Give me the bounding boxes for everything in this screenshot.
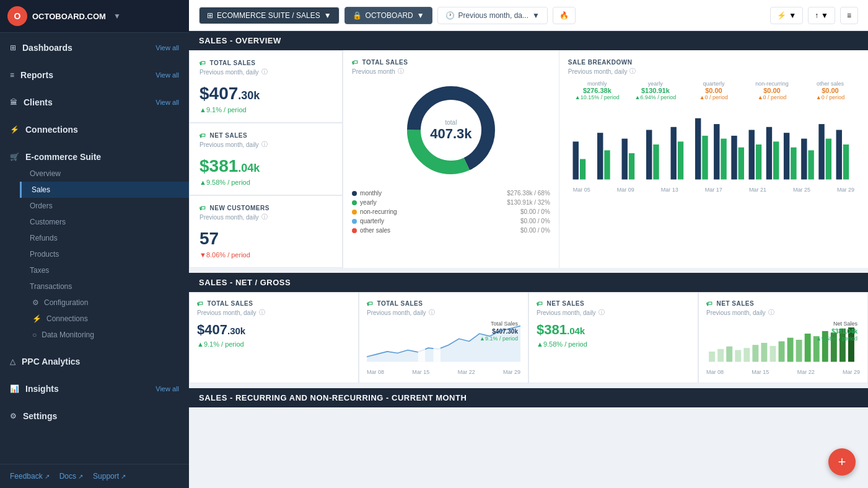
donut-center-value: 407.3k <box>430 126 471 142</box>
docs-label: Docs <box>59 472 76 481</box>
net-sales-change: ▲9.58% / period <box>199 179 332 186</box>
sidebar-item-products[interactable]: Products <box>20 246 189 262</box>
dashboards-viewall[interactable]: View all <box>156 44 179 51</box>
reports-nav-item[interactable]: ≡ Reports View all <box>0 64 189 84</box>
sidebar-item-connections-sub[interactable]: ⚡ Connections <box>20 311 189 327</box>
period-selector[interactable]: 🕐 Previous month, da... ▼ <box>437 7 548 24</box>
svg-rect-20 <box>756 144 761 179</box>
total-sales-sparkline-area: Total Sales $407.30k ▲9.1% / period Mar … <box>367 319 520 375</box>
transactions-label: Transactions <box>30 282 72 291</box>
org-arrow-icon[interactable]: ▼ <box>113 12 121 20</box>
configuration-label: Configuration <box>44 298 88 307</box>
net-sales-info-icon[interactable]: ⓘ <box>261 140 268 149</box>
donut-info-icon[interactable]: ⓘ <box>398 67 404 76</box>
support-external-icon: ↗ <box>121 473 126 480</box>
legend-item-yearly: yearly $130.91k / 32% <box>352 198 550 207</box>
sidebar-header: O OCTOBOARD.COM ▼ <box>0 0 189 33</box>
suite-grid-icon: ⊞ <box>207 11 213 20</box>
total-sales-decimal: .30k <box>238 89 260 102</box>
menu-button[interactable]: ≡ <box>840 7 858 24</box>
feedback-external-icon: ↗ <box>45 473 50 480</box>
mini-net-chart-icon: 🏷 <box>706 300 713 307</box>
mini-net-info[interactable]: ⓘ <box>598 308 605 317</box>
mini-net-change: ▲9.58% / period <box>537 340 690 348</box>
ecommerce-section: 🛒 E-commerce Suite Overview Sales Orders… <box>0 142 189 347</box>
sidebar-item-transactions[interactable]: Transactions <box>20 278 189 295</box>
mini-total-label: TOTAL SALES <box>208 300 253 307</box>
dashboards-nav-item[interactable]: ⊞ Dashboards View all <box>0 37 189 56</box>
mini-total-change: ▲9.1% / period <box>197 340 351 348</box>
spark-button[interactable]: ⚡ ▼ <box>770 7 803 24</box>
clients-viewall[interactable]: View all <box>156 99 179 106</box>
suite-selector[interactable]: ⊞ ECOMMERCE SUITE / SALES ▼ <box>199 7 340 24</box>
insights-section: 📊 Insights View all <box>0 374 189 401</box>
total-sparkline-dates: Mar 08 Mar 15 Mar 22 Mar 29 <box>367 369 520 375</box>
sidebar-item-orders[interactable]: Orders <box>20 198 189 214</box>
feedback-link[interactable]: Feedback ↗ <box>10 472 50 481</box>
net-gross-header: SALES - NET / GROSS <box>189 273 868 292</box>
share-button[interactable]: ↑ ▼ <box>808 7 835 24</box>
board-selector[interactable]: 🔒 OCTOBOARD ▼ <box>344 7 432 24</box>
svg-rect-39 <box>752 345 758 362</box>
divider-2 <box>189 383 868 388</box>
mini-total-info[interactable]: ⓘ <box>259 308 265 317</box>
dashboard-content: SALES - OVERVIEW 🏷 TOTAL SALES Previous … <box>189 31 868 488</box>
bar-chart-labels: Mar 05 Mar 09 Mar 13 Mar 17 Mar 21 Mar 2… <box>568 187 859 193</box>
svg-rect-23 <box>784 133 789 179</box>
total-sales-info-icon[interactable]: ⓘ <box>261 68 268 76</box>
clients-section: 🏛 Clients View all <box>0 87 189 115</box>
mini-total-chart-info[interactable]: ⓘ <box>429 308 435 317</box>
docs-link[interactable]: Docs ↗ <box>59 472 83 481</box>
insights-nav-item[interactable]: 📊 Insights View all <box>0 378 189 397</box>
sidebar-item-sales[interactable]: Sales <box>20 182 189 198</box>
share-dropdown-icon: ▼ <box>821 11 828 20</box>
sidebar-footer: Feedback ↗ Docs ↗ Support ↗ <box>0 464 189 488</box>
ppc-section: △ PPC Analytics <box>0 347 189 374</box>
sidebar-item-customers[interactable]: Customers <box>20 214 189 230</box>
sidebar-item-configuration[interactable]: ⚙ Configuration <box>20 295 189 311</box>
taxes-label: Taxes <box>30 266 49 275</box>
new-customers-icon: 🏷 <box>199 205 206 211</box>
fire-button[interactable]: 🔥 <box>553 7 576 24</box>
svg-rect-29 <box>836 130 841 179</box>
support-link[interactable]: Support ↗ <box>93 472 126 481</box>
ppc-nav-item[interactable]: △ PPC Analytics <box>0 350 189 370</box>
svg-rect-22 <box>773 141 779 179</box>
reports-viewall[interactable]: View all <box>156 71 179 79</box>
mini-total-icon: 🏷 <box>197 300 204 307</box>
settings-nav-item[interactable]: ⚙ Settings <box>0 405 189 425</box>
svg-rect-5 <box>597 133 603 179</box>
sidebar-item-overview[interactable]: Overview <box>20 166 189 182</box>
connections-label: Connections <box>25 125 78 135</box>
svg-rect-19 <box>748 130 754 179</box>
svg-rect-40 <box>761 343 767 362</box>
legend-item-monthly: monthly $276.38k / 68% <box>352 189 550 198</box>
sidebar-item-taxes[interactable]: Taxes <box>20 262 189 278</box>
sales-label: Sales <box>32 185 50 194</box>
clients-label: Clients <box>24 97 53 107</box>
insights-viewall[interactable]: View all <box>156 385 179 393</box>
svg-rect-26 <box>808 150 813 179</box>
clients-nav-item[interactable]: 🏛 Clients View all <box>0 91 189 111</box>
main-content: ⊞ ECOMMERCE SUITE / SALES ▼ 🔒 OCTOBOARD … <box>189 0 868 488</box>
sidebar-item-data-monitoring[interactable]: ○ Data Monitoring <box>20 327 189 343</box>
donut-icon: 🏷 <box>352 59 359 66</box>
svg-rect-11 <box>670 127 676 180</box>
ecommerce-nav-item[interactable]: 🛒 E-commerce Suite <box>0 146 189 166</box>
svg-rect-34 <box>709 352 715 362</box>
donut-center: total 407.3k <box>430 119 471 142</box>
data-monitoring-label: Data Monitoring <box>42 331 94 339</box>
svg-rect-42 <box>779 341 785 362</box>
orders-label: Orders <box>30 202 53 210</box>
svg-rect-33 <box>433 324 441 362</box>
mini-net-chart-info[interactable]: ⓘ <box>768 308 774 317</box>
sales-overview-header: SALES - OVERVIEW <box>189 31 868 50</box>
connections-nav-item[interactable]: ⚡ Connections <box>0 118 189 138</box>
add-fab-button[interactable]: + <box>828 448 856 476</box>
sidebar-item-refunds[interactable]: Refunds <box>20 230 189 246</box>
connections-sub-icon: ⚡ <box>32 314 42 323</box>
breakdown-info-icon[interactable]: ⓘ <box>629 67 636 76</box>
new-customers-info-icon[interactable]: ⓘ <box>261 213 268 221</box>
fire-icon: 🔥 <box>559 11 569 20</box>
breakdown-bar-chart: Mar 05 Mar 09 Mar 13 Mar 17 Mar 21 Mar 2… <box>568 104 859 193</box>
